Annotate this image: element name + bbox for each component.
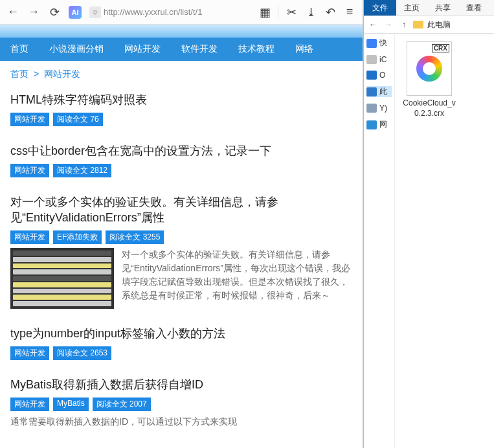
tag-readmore[interactable]: 阅读全文 76 — [53, 113, 103, 126]
tag-readmore[interactable]: 阅读全文 2653 — [53, 346, 111, 360]
post-title[interactable]: 对一个或多个实体的验证失败。有关详细信息，请参见“EntityValidatio… — [10, 194, 352, 225]
ribbon-tab-view[interactable]: 查看 — [458, 1, 489, 16]
folder-icon — [413, 21, 423, 28]
sidebar-quick-access[interactable]: 快 — [366, 38, 392, 49]
nav-item-tutorial[interactable]: 技术教程 — [234, 43, 278, 55]
sidebar-label: O — [379, 71, 385, 80]
onedrive-icon — [366, 71, 377, 80]
sidebar-label: 快 — [379, 38, 387, 49]
nav-item-novel[interactable]: 小说漫画分销 — [45, 43, 107, 55]
post-tags: 网站开发 阅读全文 2812 — [10, 164, 352, 177]
post-title[interactable]: type为number的input标签输入小数的方法 — [10, 326, 352, 341]
post-item: css中让border包含在宽高中的设置方法，记录一下 网站开发 阅读全文 28… — [10, 143, 352, 177]
post-thumbnail[interactable] — [10, 248, 114, 309]
explorer-back-button[interactable]: ← — [366, 18, 379, 31]
toolbar-separator — [278, 6, 278, 19]
sidebar-label: 此 — [379, 86, 387, 97]
toolbar-right-group: ▦ ✂ ⤓ ↶ ≡ — [256, 3, 359, 21]
nav-forward-button[interactable]: → — [25, 3, 43, 21]
sidebar-drive[interactable]: Y) — [366, 104, 392, 113]
tag-category[interactable]: 网站开发 — [10, 230, 49, 244]
cloud-icon — [366, 55, 377, 64]
tag-category[interactable]: 网站开发 — [10, 398, 49, 411]
pc-icon — [366, 87, 377, 96]
post-tags: 网站开发 EF添加失败 阅读全文 3255 — [10, 230, 352, 244]
tag-readmore[interactable]: 阅读全文 3255 — [106, 230, 164, 244]
download-icon[interactable]: ⤓ — [302, 3, 320, 21]
site-main-nav: 首页 小说漫画分销 网站开发 软件开发 技术教程 网络 — [0, 38, 363, 61]
disk-icon — [366, 104, 377, 113]
explorer-file-pane[interactable]: CRX CookieCloud_v0.2.3.crx — [395, 34, 494, 448]
file-item-crx[interactable]: CRX CookieCloud_v0.2.3.crx — [400, 39, 458, 121]
menu-icon[interactable]: ≡ — [341, 3, 359, 21]
explorer-body: 快 iC O 此 Y) 网 CRX CookieCloud_v0.2.3.crx — [364, 34, 494, 448]
explorer-up-button[interactable]: ↑ — [398, 18, 410, 31]
file-name-label: CookieCloud_v0.2.3.crx — [403, 98, 456, 118]
site-security-icon[interactable]: ⛭ — [89, 6, 101, 18]
page-content: 首页 > 网站开发 HTML特殊字符编码对照表 网站开发 阅读全文 76 css… — [0, 61, 363, 448]
sidebar-label: 网 — [379, 119, 387, 130]
post-title[interactable]: MyBatis取得新插入数据后获得自增ID — [10, 377, 352, 392]
ribbon-tabs: 文件 主页 共享 查看 — [364, 0, 494, 16]
sidebar-label: Y) — [379, 104, 387, 113]
tag-category[interactable]: 网站开发 — [10, 164, 49, 177]
file-icon: CRX — [407, 41, 452, 96]
grid-apps-icon[interactable]: ▦ — [256, 3, 274, 21]
browser-window: ← → ⟳ AI ⛭ ▦ ✂ ⤓ ↶ ≡ 首页 小说漫画分销 网站开发 软件开发… — [0, 0, 363, 448]
tag-readmore[interactable]: 阅读全文 2007 — [93, 398, 151, 411]
undo-icon[interactable]: ↶ — [321, 3, 339, 21]
file-explorer: 文件 主页 共享 查看 ← → ↑ 此电脑 快 iC O 此 Y) 网 CRX … — [363, 0, 494, 448]
explorer-path[interactable]: 此电脑 — [427, 19, 451, 30]
ribbon-tab-home[interactable]: 主页 — [396, 1, 427, 16]
post-item: MyBatis取得新插入数据后获得自增ID 网站开发 MyBatis 阅读全文 … — [10, 377, 352, 429]
post-tags: 网站开发 MyBatis 阅读全文 2007 — [10, 398, 352, 411]
file-badge: CRX — [432, 44, 449, 52]
sidebar-icloud[interactable]: iC — [366, 55, 392, 64]
breadcrumb-home[interactable]: 首页 — [10, 69, 28, 79]
sidebar-network[interactable]: 网 — [366, 119, 392, 130]
breadcrumb: 首页 > 网站开发 — [10, 69, 352, 80]
tag-category[interactable]: 网站开发 — [10, 346, 49, 360]
sidebar-label: iC — [379, 55, 387, 64]
scissors-icon[interactable]: ✂ — [282, 3, 300, 21]
network-icon — [366, 120, 377, 129]
post-title[interactable]: css中让border包含在宽高中的设置方法，记录一下 — [10, 143, 352, 159]
star-icon — [366, 39, 377, 48]
nav-item-software[interactable]: 软件开发 — [177, 43, 221, 55]
post-item: type为number的input标签输入小数的方法 网站开发 阅读全文 265… — [10, 326, 352, 360]
browser-toolbar: ← → ⟳ AI ⛭ ▦ ✂ ⤓ ↶ ≡ — [0, 0, 363, 25]
url-input[interactable] — [104, 7, 251, 17]
tag-extra[interactable]: EF添加失败 — [53, 230, 102, 244]
site-banner — [0, 25, 363, 38]
address-bar: ⛭ — [87, 3, 253, 21]
sidebar-this-pc[interactable]: 此 — [366, 86, 392, 97]
nav-item-network[interactable]: 网络 — [291, 43, 317, 55]
post-excerpt: 对一个或多个实体的验证失败。有关详细信息，请参见“EntityValidatio… — [122, 248, 352, 309]
post-tags: 网站开发 阅读全文 76 — [10, 113, 352, 126]
nav-item-home[interactable]: 首页 — [6, 43, 32, 55]
post-excerpt: 通常需要取得新插入数据的ID，可以通过以下方式来实现 — [10, 415, 352, 429]
explorer-sidebar: 快 iC O 此 Y) 网 — [364, 34, 395, 448]
ai-assistant-button[interactable]: AI — [66, 3, 84, 21]
ribbon-tab-share[interactable]: 共享 — [427, 1, 458, 16]
ribbon-tab-file[interactable]: 文件 — [364, 0, 396, 16]
sidebar-onedrive[interactable]: O — [366, 71, 392, 80]
post-item: 对一个或多个实体的验证失败。有关详细信息，请参见“EntityValidatio… — [10, 194, 352, 309]
nav-reload-button[interactable]: ⟳ — [45, 3, 63, 21]
tag-category[interactable]: 网站开发 — [10, 113, 49, 126]
nav-back-button[interactable]: ← — [4, 3, 22, 21]
explorer-address-bar: ← → ↑ 此电脑 — [364, 16, 494, 34]
explorer-forward-button[interactable]: → — [382, 18, 395, 31]
swirl-icon — [416, 56, 442, 82]
tag-readmore[interactable]: 阅读全文 2812 — [53, 164, 111, 177]
post-tags: 网站开发 阅读全文 2653 — [10, 346, 352, 360]
breadcrumb-category[interactable]: 网站开发 — [44, 69, 80, 79]
post-excerpt-row: 对一个或多个实体的验证失败。有关详细信息，请参见“EntityValidatio… — [10, 248, 352, 309]
breadcrumb-sep: > — [34, 69, 39, 79]
nav-item-webdev[interactable]: 网站开发 — [120, 43, 164, 55]
post-item: HTML特殊字符编码对照表 网站开发 阅读全文 76 — [10, 92, 352, 126]
post-title[interactable]: HTML特殊字符编码对照表 — [10, 92, 352, 107]
tag-extra[interactable]: MyBatis — [53, 398, 89, 411]
